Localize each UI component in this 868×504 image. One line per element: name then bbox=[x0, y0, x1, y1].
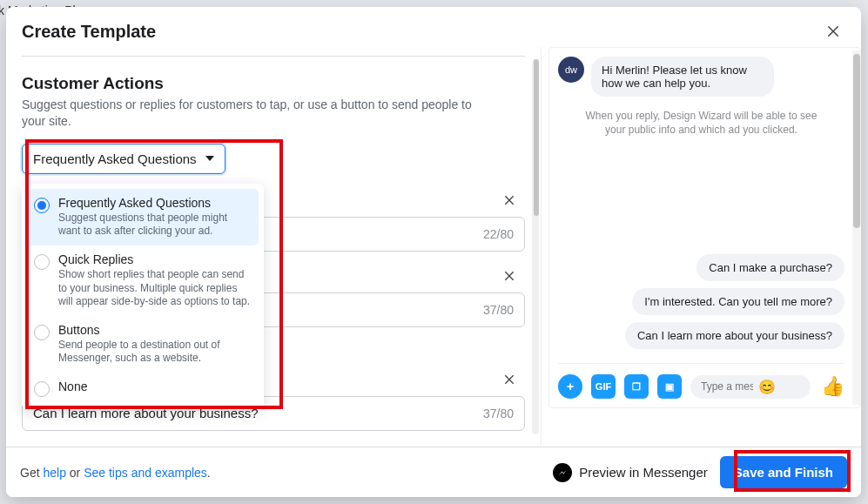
footer-help: Get help or See tips and examples. bbox=[20, 466, 211, 480]
dropdown-option-none[interactable]: None bbox=[27, 373, 259, 404]
like-icon[interactable]: 👍 bbox=[821, 375, 844, 398]
help-link[interactable]: help bbox=[43, 466, 65, 480]
radio-icon bbox=[34, 254, 50, 270]
question-2-remove[interactable] bbox=[499, 265, 520, 289]
question-2-counter: 37/80 bbox=[483, 303, 514, 317]
page-avatar: dw bbox=[558, 57, 584, 83]
emoji-icon[interactable]: 😊 bbox=[758, 379, 776, 395]
reply-privacy-note: When you reply, Design Wizard will be ab… bbox=[584, 109, 819, 137]
option-title: Buttons bbox=[58, 323, 252, 337]
gif-icon[interactable]: GIF bbox=[591, 374, 616, 399]
close-icon bbox=[502, 269, 516, 283]
image-icon[interactable]: ▣ bbox=[657, 374, 682, 399]
close-icon bbox=[502, 373, 516, 386]
close-icon bbox=[825, 24, 841, 39]
sticker-icon[interactable]: ❐ bbox=[624, 374, 649, 399]
tips-link[interactable]: See tips and examples bbox=[84, 466, 207, 480]
suggested-reply-1[interactable]: Can I make a purchase? bbox=[696, 254, 844, 281]
message-input-wrap: 😊 bbox=[690, 375, 811, 399]
message-input[interactable] bbox=[701, 380, 753, 393]
dropdown-option-faq[interactable]: Frequently Asked Questions Suggest quest… bbox=[27, 189, 259, 245]
messenger-icon bbox=[553, 463, 572, 482]
chevron-down-icon bbox=[205, 156, 214, 161]
option-title: Frequently Asked Questions bbox=[58, 196, 252, 210]
preview-pane: dw Hi Merlin! Please let us know how we … bbox=[548, 47, 861, 408]
option-title: Quick Replies bbox=[58, 252, 252, 266]
suggested-reply-3[interactable]: Can I learn more about your business? bbox=[625, 322, 844, 349]
dropdown-option-quick-replies[interactable]: Quick Replies Show short replies that pe… bbox=[27, 245, 259, 316]
radio-icon bbox=[34, 198, 50, 213]
preview-label: Preview in Messenger bbox=[579, 465, 708, 480]
preview-in-messenger[interactable]: Preview in Messenger bbox=[553, 463, 708, 482]
option-title: None bbox=[58, 380, 252, 393]
option-desc: Show short replies that people can send … bbox=[58, 268, 252, 309]
modal-close-button[interactable] bbox=[821, 19, 845, 44]
close-icon bbox=[502, 193, 516, 207]
question-3-remove[interactable] bbox=[499, 369, 520, 393]
modal-title: Create Template bbox=[22, 22, 156, 42]
greeting-message: Hi Merlin! Please let us know how we can… bbox=[591, 57, 774, 97]
suggested-reply-2[interactable]: I'm interested. Can you tell me more? bbox=[632, 288, 844, 315]
dropdown-menu: Frequently Asked Questions Suggest quest… bbox=[22, 184, 264, 409]
option-desc: Send people to a destination out of Mess… bbox=[58, 339, 252, 366]
question-3-counter: 37/80 bbox=[483, 407, 514, 420]
section-title: Customer Actions bbox=[22, 74, 525, 93]
question-1-remove[interactable] bbox=[499, 190, 520, 213]
customer-actions-dropdown[interactable]: Frequently Asked Questions bbox=[22, 144, 225, 174]
add-attachment-icon[interactable]: + bbox=[558, 374, 582, 399]
dropdown-option-buttons[interactable]: Buttons Send people to a destination out… bbox=[27, 316, 259, 373]
dropdown-selected-label: Frequently Asked Questions bbox=[33, 151, 197, 166]
save-and-finish-button[interactable]: Save and Finish bbox=[720, 456, 847, 488]
section-subtitle: Suggest questions or replies for custome… bbox=[22, 97, 474, 130]
right-scrollbar[interactable] bbox=[852, 50, 861, 405]
question-1-counter: 22/80 bbox=[483, 227, 514, 241]
left-scrollbar[interactable] bbox=[532, 59, 539, 434]
radio-icon bbox=[34, 325, 50, 340]
radio-icon bbox=[34, 381, 50, 397]
create-template-modal: Create Template Customer Actions Suggest… bbox=[6, 7, 861, 497]
option-desc: Suggest questions that people might want… bbox=[58, 212, 252, 239]
